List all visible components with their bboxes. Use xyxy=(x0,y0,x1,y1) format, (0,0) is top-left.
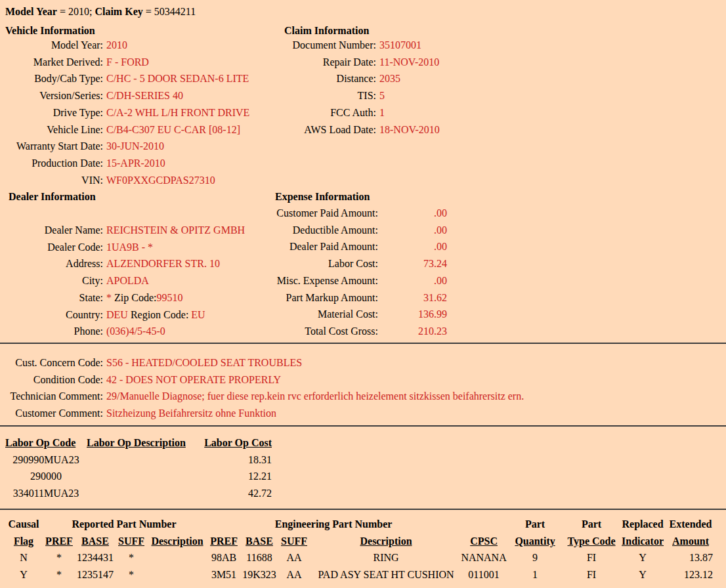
title-model-year-label: Model Year xyxy=(5,6,57,17)
field-label: Part Markup Amount: xyxy=(276,289,378,306)
field-value: ALZENDORFER STR. 10 xyxy=(106,258,220,269)
reported-base-cell: 1235147 xyxy=(76,566,114,583)
field-label: Deductible Amount: xyxy=(276,222,378,239)
field-value: 42 - DOES NOT OPERATE PROPERLY xyxy=(106,374,281,385)
engineering-pref-cell: 98AB xyxy=(206,549,242,566)
column-header-suff: SUFF xyxy=(114,533,148,550)
column-header-pref: PREF xyxy=(42,533,76,550)
group-header-reported-part-number: Reported Part Number xyxy=(42,516,206,533)
report-title: Model Year = 2010; Claim Key = 50344211 xyxy=(5,5,196,18)
field-value: 210.23 xyxy=(378,323,447,340)
field-label: Dealer Code: xyxy=(0,239,103,256)
field-label: City: xyxy=(0,272,103,289)
labor-op-row: 334011MUA23 42.72 xyxy=(5,485,272,502)
info-row: Market Derived:F - FORD xyxy=(0,54,249,71)
column-header-suff: SUFF xyxy=(277,533,311,550)
labor-op-header-row: Labor Op Code Labor Op Description Labor… xyxy=(5,434,272,452)
field-value: (036)4/5-45-0 xyxy=(106,326,165,337)
info-row: Document Number:35107001 xyxy=(276,37,440,54)
expense-information-heading: Expense Information xyxy=(275,190,370,204)
field-value: 29/Manuelle Diagnose; fuer diese rep.kei… xyxy=(106,390,524,402)
info-row: Technician Comment:29/Manuelle Diagnose;… xyxy=(0,388,524,405)
column-header-flag: Flag xyxy=(5,533,42,550)
engineering-suff-cell: AA xyxy=(277,566,311,583)
reported-base-cell: 1234431 xyxy=(76,549,114,566)
engineering-base-cell: 19K323 xyxy=(242,566,277,583)
labor-op-table: Labor Op Code Labor Op Description Labor… xyxy=(5,434,272,502)
vehicle-information-section: Model Year:2010 Market Derived:F - FORD … xyxy=(0,37,249,188)
field-label: Drive Type: xyxy=(0,104,103,121)
part-type-code-cell: FI xyxy=(563,549,620,566)
group-header-extended: Extended xyxy=(666,516,715,533)
info-row: Address:ALZENDORFER STR. 10 xyxy=(0,255,245,272)
field-label: Phone: xyxy=(0,323,103,340)
title-claim-key-label: Claim Key xyxy=(95,6,142,17)
field-value: C/HC - 5 DOOR SEDAN-6 LITE xyxy=(106,73,249,84)
section-divider xyxy=(0,425,726,427)
column-header-labor-op-cost: Labor Op Cost xyxy=(194,434,272,452)
part-quantity-cell: 9 xyxy=(507,549,563,566)
field-value: 35107001 xyxy=(379,39,421,51)
info-row: Material Cost:136.99 xyxy=(276,306,447,323)
info-row: Distance:2035 xyxy=(276,70,440,87)
part-quantity-cell: 1 xyxy=(507,566,563,583)
field-value: WF0PXXGCDPAS27310 xyxy=(106,175,215,186)
column-header-description: Description xyxy=(148,533,206,550)
info-row: Repair Date:11-NOV-2010 xyxy=(276,54,440,71)
info-row: Dealer Code:1UA9B - * xyxy=(0,239,245,256)
cpsc-cell: 011001 xyxy=(461,566,507,583)
field-label: Technician Comment: xyxy=(0,388,103,405)
column-header-quantity: Quantity xyxy=(507,533,563,550)
labor-op-cost-cell: 18.31 xyxy=(194,452,272,469)
info-row: Warranty Start Date:30-JUN-2010 xyxy=(0,138,249,155)
labor-op-cost-cell: 42.72 xyxy=(194,485,272,502)
part-type-code-cell: FI xyxy=(563,566,620,583)
replaced-indicator-cell: Y xyxy=(620,549,666,566)
info-row: Customer Paid Amount:.00 xyxy=(276,205,447,222)
reported-description-cell xyxy=(148,566,206,583)
field-value: .00 xyxy=(378,222,447,239)
reported-suff-cell: * xyxy=(114,566,148,583)
field-label: Warranty Start Date: xyxy=(0,138,103,155)
info-row: AWS Load Date:18-NOV-2010 xyxy=(276,121,440,138)
info-row: Total Cost Gross:210.23 xyxy=(276,323,447,340)
reported-pref-cell: * xyxy=(42,549,76,566)
field-value: C/DH-SERIES 40 xyxy=(106,90,183,101)
field-label: Version/Series: xyxy=(0,87,103,104)
reported-description-cell xyxy=(148,549,206,566)
field-label: Cust. Concern Code: xyxy=(0,354,103,371)
field-value: .00 xyxy=(378,238,447,255)
labor-op-code-cell: 290000 xyxy=(5,468,87,485)
info-row: Drive Type:C/A-2 WHL L/H FRONT DRIVE xyxy=(0,104,249,121)
info-row: Model Year:2010 xyxy=(0,37,249,54)
info-row: Dealer Name:REICHSTEIN & OPITZ GMBH xyxy=(0,222,245,239)
field-value: 18-NOV-2010 xyxy=(379,124,440,135)
section-divider xyxy=(0,509,726,510)
engineering-base-cell: 11688 xyxy=(242,549,277,566)
field-label: Material Cost: xyxy=(276,306,378,323)
field-label: Address: xyxy=(0,255,103,272)
title-claim-key-value: = 50344211 xyxy=(143,6,196,17)
labor-op-description-cell xyxy=(87,485,194,502)
field-value: .00 xyxy=(378,205,447,222)
field-label: AWS Load Date: xyxy=(276,121,376,138)
causal-flag-cell: N xyxy=(5,549,42,566)
field-value: 2010 xyxy=(106,39,127,51)
engineering-description-cell: PAD ASY SEAT HT CUSHION xyxy=(311,566,461,583)
section-divider xyxy=(0,343,726,344)
group-header-engineering-part-number: Engineering Part Number xyxy=(206,516,461,533)
field-label: Misc. Expense Amount: xyxy=(276,272,378,289)
info-row: Condition Code:42 - DOES NOT OPERATE PRO… xyxy=(0,371,524,388)
field-value: 99510 xyxy=(156,292,182,303)
comments-section: Cust. Concern Code:S56 - HEATED/COOLED S… xyxy=(0,354,524,422)
field-label: Customer Comment: xyxy=(0,405,103,422)
info-row: Country:DEU Region Code: EU xyxy=(0,306,245,324)
field-label: FCC Auth: xyxy=(276,104,376,121)
field-value: 2035 xyxy=(379,73,400,84)
info-row: Deductible Amount:.00 xyxy=(276,222,447,239)
field-label: State: xyxy=(0,289,103,306)
info-row: Vehicle Line:C/B4-C307 EU C-CAR [08-12] xyxy=(0,121,249,138)
parts-column-header-row: Flag PREF BASE SUFF Description PREF BAS… xyxy=(5,533,715,550)
info-row: State:* Zip Code:99510 xyxy=(0,289,245,306)
field-label: Dealer Name: xyxy=(0,222,103,239)
